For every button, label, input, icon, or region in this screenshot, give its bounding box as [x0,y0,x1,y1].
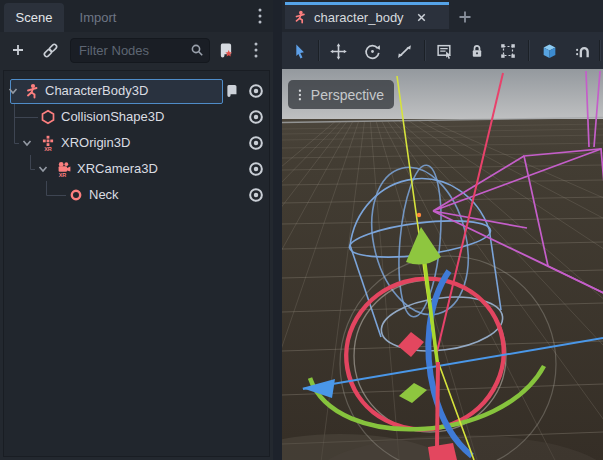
node-name: XROrigin3D [61,135,130,150]
list-select-icon [436,43,453,60]
plus-icon [10,42,26,58]
select-tool-icon [291,43,308,60]
kebab-icon [257,7,263,25]
node-name: CharacterBody3D [45,83,148,98]
new-scene-tab-button[interactable] [456,8,474,26]
visibility-eye-icon[interactable] [247,187,265,203]
snap-magnet-icon [575,43,592,60]
scale-tool-icon [396,43,413,60]
scene-tree: CharacterBody3D CollisionShape3D [3,70,270,457]
scene-tab-label: character_body [314,10,404,25]
scale-tool-button[interactable] [391,38,417,64]
move-tool-icon [330,43,347,60]
marker-gizmo-dot [417,213,421,217]
search-icon [189,42,205,58]
viewport-3d[interactable]: Perspective [282,69,603,460]
scene-tab-character-body[interactable]: character_body [285,2,449,29]
rotate-tool-icon [364,43,381,60]
character-body-3d-icon [24,83,40,99]
node-name: CollisionShape3D [61,109,164,124]
group-icon [500,43,516,59]
instantiate-scene-button[interactable] [38,38,62,62]
lock-icon [469,43,485,59]
local-space-cube-icon [541,43,558,60]
kebab-icon [253,41,259,59]
select-tool-button[interactable] [286,38,312,64]
xr-origin-3d-icon: XR [40,135,56,151]
snap-button[interactable] [570,38,596,64]
scene-dock: Scene Import [0,0,273,460]
marker-ring-icon [68,187,84,203]
local-space-button[interactable] [536,38,562,64]
chevron-down-icon[interactable] [21,137,33,149]
move-tool-button[interactable] [325,38,351,64]
scene-dock-toolbar [0,32,273,70]
node-name: XRCamera3D [77,161,158,176]
script-star-icon [217,42,234,59]
viewport-toolbar [282,32,603,70]
scene-dock-tabbar: Scene Import [0,0,273,32]
collision-shape-3d-icon [40,109,56,125]
list-select-button[interactable] [431,38,457,64]
viewport-canvas[interactable] [282,69,603,460]
toolbar-separator [528,40,529,61]
tree-row-xrorigin3d[interactable]: XR XROrigin3D [4,130,269,156]
lock-button[interactable] [464,38,490,64]
tree-row-collisionshape3d[interactable]: CollisionShape3D [4,104,269,130]
visibility-eye-icon[interactable] [247,83,265,99]
svg-text:XR: XR [44,146,52,151]
close-icon[interactable] [415,11,428,24]
tree-row-xrcamera3d[interactable]: XR XRCamera3D [4,156,269,182]
scene-tabbar: character_body [282,0,603,32]
tree-menu-button[interactable] [246,37,266,63]
toolbar-separator [424,40,425,61]
tree-row-neck[interactable]: Neck [4,182,269,208]
attach-script-button[interactable] [212,37,238,63]
main-viewport-panel: character_body [282,0,603,460]
chevron-down-icon[interactable] [37,163,49,175]
tab-scene[interactable]: Scene [4,3,64,32]
rotate-tool-button[interactable] [359,38,385,64]
node-name: Neck [89,187,119,202]
svg-text:XR: XR [59,172,67,177]
chevron-down-icon[interactable] [7,85,19,97]
tree-row-characterbody3d[interactable]: CharacterBody3D [4,78,269,104]
axis-z-handle-line [437,362,438,448]
godot-editor: Scene Import [0,0,603,460]
kebab-icon [298,87,302,103]
visibility-eye-icon[interactable] [247,135,265,151]
add-node-button[interactable] [6,38,30,62]
visibility-eye-icon[interactable] [247,109,265,125]
filter-nodes-field [70,38,210,63]
xr-camera-3d-icon: XR [56,161,72,177]
dock-menu-button[interactable] [252,7,268,25]
link-icon [42,42,59,59]
tab-import[interactable]: Import [66,3,130,32]
visibility-eye-icon[interactable] [247,161,265,177]
perspective-label: Perspective [311,87,384,103]
group-button[interactable] [495,38,521,64]
character-body-3d-icon [293,10,307,24]
toolbar-separator [318,40,319,61]
plus-icon [457,9,473,25]
script-icon[interactable] [224,83,239,99]
toolbar-separator [599,40,600,61]
perspective-menu-button[interactable]: Perspective [288,80,394,109]
